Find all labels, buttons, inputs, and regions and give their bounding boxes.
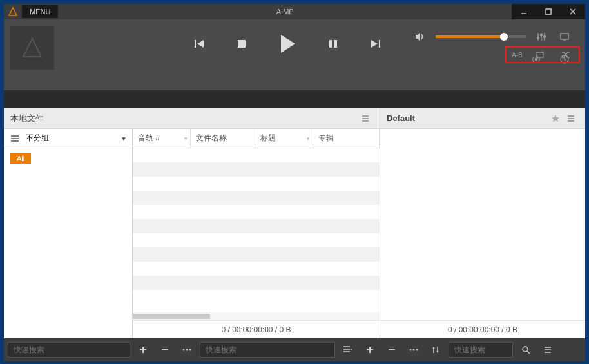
add-button-left[interactable] bbox=[134, 341, 152, 359]
svg-line-46 bbox=[527, 351, 530, 354]
playlist-body bbox=[380, 129, 585, 320]
search-icon[interactable] bbox=[517, 341, 535, 359]
table-row[interactable] bbox=[133, 233, 380, 247]
column-track[interactable]: 音轨 #▾ bbox=[133, 129, 191, 148]
svg-rect-1 bbox=[546, 9, 551, 14]
more-button-left[interactable] bbox=[178, 341, 196, 359]
svg-point-12 bbox=[537, 37, 539, 39]
svg-point-42 bbox=[416, 349, 418, 351]
equalizer-icon[interactable] bbox=[534, 29, 549, 44]
table-row[interactable] bbox=[133, 290, 380, 304]
display-icon[interactable] bbox=[557, 29, 572, 44]
mid-search-input[interactable] bbox=[200, 342, 335, 358]
svg-point-14 bbox=[544, 36, 546, 38]
previous-button[interactable] bbox=[191, 35, 208, 52]
track-list bbox=[133, 148, 380, 312]
play-button[interactable] bbox=[276, 32, 299, 55]
column-album[interactable]: 专辑 bbox=[313, 129, 380, 148]
column-title[interactable]: 标题▾ bbox=[255, 129, 313, 148]
remove-button-left[interactable] bbox=[156, 341, 174, 359]
pause-button[interactable] bbox=[325, 35, 342, 52]
table-row[interactable] bbox=[133, 191, 380, 205]
minimize-button[interactable] bbox=[512, 4, 536, 19]
table-row[interactable] bbox=[133, 205, 380, 219]
svg-point-45 bbox=[523, 347, 528, 352]
left-pane-menu-icon[interactable] bbox=[358, 111, 373, 126]
left-pane-title: 本地文件 bbox=[10, 113, 358, 124]
table-row[interactable] bbox=[133, 148, 380, 162]
svg-point-40 bbox=[410, 349, 412, 351]
right-status: 0 / 00:00:00:00 / 0 B bbox=[380, 320, 585, 338]
playback-mode-highlight: A-B bbox=[505, 46, 580, 63]
ab-repeat-button[interactable]: A-B bbox=[512, 52, 523, 59]
hamburger-icon bbox=[10, 134, 19, 143]
stop-button[interactable] bbox=[233, 35, 250, 52]
svg-point-31 bbox=[183, 349, 185, 351]
svg-point-33 bbox=[189, 349, 191, 351]
maximize-button[interactable] bbox=[536, 4, 561, 19]
group-label: 不分组 bbox=[26, 133, 49, 144]
svg-point-13 bbox=[541, 34, 543, 36]
horizontal-scrollbar[interactable] bbox=[133, 312, 380, 320]
favorite-icon[interactable] bbox=[548, 111, 563, 126]
svg-rect-5 bbox=[238, 40, 246, 48]
svg-point-41 bbox=[413, 349, 415, 351]
group-selector[interactable]: 不分组 ▾ bbox=[4, 129, 132, 148]
menu-icon-right[interactable] bbox=[539, 341, 557, 359]
svg-point-32 bbox=[186, 349, 188, 351]
volume-slider[interactable] bbox=[436, 35, 526, 38]
more-button-mid[interactable] bbox=[405, 341, 423, 359]
album-art-placeholder bbox=[10, 26, 54, 70]
table-row[interactable] bbox=[133, 219, 380, 233]
table-row[interactable] bbox=[133, 177, 380, 191]
all-filter-tag[interactable]: All bbox=[10, 153, 31, 164]
table-row[interactable] bbox=[133, 276, 380, 290]
right-pane-title: Default bbox=[387, 113, 548, 123]
list-dropdown-button[interactable] bbox=[339, 341, 357, 359]
right-pane-menu-icon[interactable] bbox=[563, 111, 579, 126]
left-search-input[interactable] bbox=[8, 342, 130, 358]
svg-rect-8 bbox=[379, 40, 380, 48]
svg-rect-6 bbox=[329, 40, 332, 48]
svg-rect-7 bbox=[334, 40, 337, 48]
app-title: AIMP bbox=[58, 8, 512, 15]
sort-button[interactable] bbox=[427, 341, 445, 359]
table-row[interactable] bbox=[133, 162, 380, 177]
close-button[interactable] bbox=[561, 4, 585, 19]
table-row[interactable] bbox=[133, 247, 380, 262]
left-status: 0 / 00:00:00:00 / 0 B bbox=[133, 320, 380, 338]
svg-rect-4 bbox=[195, 40, 196, 48]
shuffle-icon[interactable] bbox=[558, 47, 574, 62]
right-search-input[interactable] bbox=[449, 342, 513, 358]
column-filename[interactable]: 文件名称 bbox=[191, 129, 255, 148]
volume-icon[interactable] bbox=[412, 29, 428, 44]
app-logo-small bbox=[4, 4, 22, 19]
menu-button[interactable]: MENU bbox=[22, 5, 58, 18]
table-row[interactable] bbox=[133, 262, 380, 276]
remove-button-mid[interactable] bbox=[383, 341, 401, 359]
chevron-down-icon: ▾ bbox=[122, 134, 126, 143]
add-button-mid[interactable] bbox=[361, 341, 379, 359]
repeat-icon[interactable] bbox=[532, 47, 548, 62]
next-button[interactable] bbox=[367, 35, 384, 52]
svg-rect-15 bbox=[561, 34, 568, 39]
